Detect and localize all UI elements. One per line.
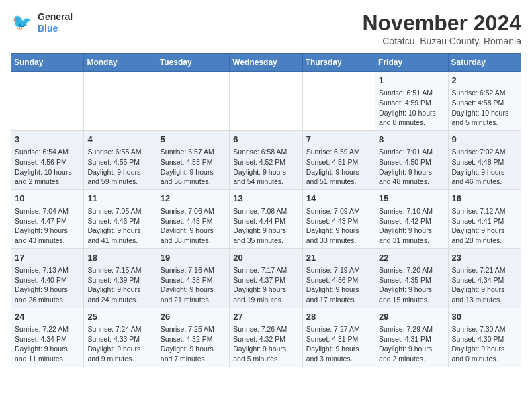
day-number: 26 [161, 311, 226, 323]
weekday-header-cell: Thursday [302, 54, 375, 72]
calendar-cell: 16Sunrise: 7:12 AMSunset: 4:41 PMDayligh… [448, 189, 521, 248]
day-number: 11 [87, 193, 152, 205]
day-info: Sunrise: 7:19 AMSunset: 4:36 PMDaylight:… [306, 265, 371, 305]
calendar-cell: 3Sunrise: 6:54 AMSunset: 4:56 PMDaylight… [11, 130, 84, 189]
calendar-week-row: 3Sunrise: 6:54 AMSunset: 4:56 PMDaylight… [11, 130, 521, 189]
calendar-cell: 9Sunrise: 7:02 AMSunset: 4:48 PMDaylight… [448, 130, 521, 189]
calendar-cell: 5Sunrise: 6:57 AMSunset: 4:53 PMDaylight… [157, 130, 229, 189]
day-info: Sunrise: 7:06 AMSunset: 4:45 PMDaylight:… [161, 206, 226, 246]
day-number: 5 [161, 134, 226, 146]
weekday-header-cell: Monday [84, 54, 157, 72]
logo-text: General Blue [38, 11, 73, 34]
calendar-cell: 19Sunrise: 7:16 AMSunset: 4:38 PMDayligh… [157, 248, 229, 308]
calendar-cell: 11Sunrise: 7:05 AMSunset: 4:46 PMDayligh… [84, 189, 157, 248]
calendar-cell: 7Sunrise: 6:59 AMSunset: 4:51 PMDaylight… [302, 130, 375, 189]
calendar-body: 1Sunrise: 6:51 AMSunset: 4:59 PMDaylight… [11, 72, 521, 367]
day-number: 12 [161, 193, 226, 205]
day-info: Sunrise: 7:26 AMSunset: 4:32 PMDaylight:… [233, 324, 298, 364]
day-info: Sunrise: 7:02 AMSunset: 4:48 PMDaylight:… [452, 147, 517, 187]
calendar-cell [302, 72, 375, 131]
calendar-cell: 6Sunrise: 6:58 AMSunset: 4:52 PMDaylight… [230, 130, 302, 189]
day-info: Sunrise: 6:59 AMSunset: 4:51 PMDaylight:… [306, 147, 371, 187]
calendar-table: SundayMondayTuesdayWednesdayThursdayFrid… [11, 53, 521, 367]
calendar-cell: 1Sunrise: 6:51 AMSunset: 4:59 PMDaylight… [375, 72, 448, 131]
weekday-header-cell: Tuesday [157, 54, 229, 72]
day-number: 1 [379, 75, 444, 87]
day-number: 15 [379, 193, 444, 205]
calendar-cell [11, 72, 84, 131]
day-number: 9 [452, 134, 517, 146]
day-number: 20 [233, 252, 298, 264]
weekday-header-cell: Sunday [11, 54, 84, 72]
day-number: 18 [87, 252, 152, 264]
day-info: Sunrise: 7:13 AMSunset: 4:40 PMDaylight:… [15, 265, 80, 305]
day-info: Sunrise: 7:10 AMSunset: 4:42 PMDaylight:… [379, 206, 444, 246]
day-info: Sunrise: 7:29 AMSunset: 4:31 PMDaylight:… [379, 324, 444, 364]
day-info: Sunrise: 7:30 AMSunset: 4:30 PMDaylight:… [452, 324, 517, 364]
calendar-cell: 29Sunrise: 7:29 AMSunset: 4:31 PMDayligh… [375, 308, 448, 367]
day-info: Sunrise: 7:12 AMSunset: 4:41 PMDaylight:… [452, 206, 517, 246]
calendar-cell: 8Sunrise: 7:01 AMSunset: 4:50 PMDaylight… [375, 130, 448, 189]
calendar-cell: 2Sunrise: 6:52 AMSunset: 4:58 PMDaylight… [448, 72, 521, 131]
day-number: 10 [15, 193, 80, 205]
day-number: 30 [452, 311, 517, 323]
calendar-week-row: 17Sunrise: 7:13 AMSunset: 4:40 PMDayligh… [11, 248, 521, 308]
day-info: Sunrise: 7:05 AMSunset: 4:46 PMDaylight:… [87, 206, 152, 246]
day-info: Sunrise: 6:55 AMSunset: 4:55 PMDaylight:… [87, 147, 152, 187]
calendar-week-row: 10Sunrise: 7:04 AMSunset: 4:47 PMDayligh… [11, 189, 521, 248]
logo-icon: 🐦 [11, 11, 35, 35]
day-info: Sunrise: 6:54 AMSunset: 4:56 PMDaylight:… [15, 147, 80, 187]
calendar-cell: 28Sunrise: 7:27 AMSunset: 4:31 PMDayligh… [302, 308, 375, 367]
calendar-cell [230, 72, 302, 131]
calendar-cell [84, 72, 157, 131]
day-info: Sunrise: 7:21 AMSunset: 4:34 PMDaylight:… [452, 265, 517, 305]
calendar-cell: 21Sunrise: 7:19 AMSunset: 4:36 PMDayligh… [302, 248, 375, 308]
weekday-header-cell: Friday [375, 54, 448, 72]
day-info: Sunrise: 7:17 AMSunset: 4:37 PMDaylight:… [233, 265, 298, 305]
weekday-header-cell: Wednesday [230, 54, 302, 72]
day-number: 23 [452, 252, 517, 264]
month-title: November 2024 [362, 11, 521, 36]
calendar-cell: 18Sunrise: 7:15 AMSunset: 4:39 PMDayligh… [84, 248, 157, 308]
day-info: Sunrise: 6:57 AMSunset: 4:53 PMDaylight:… [161, 147, 226, 187]
title-block: November 2024 Cotatcu, Buzau County, Rom… [362, 11, 521, 46]
calendar-cell: 25Sunrise: 7:24 AMSunset: 4:33 PMDayligh… [84, 308, 157, 367]
calendar-cell: 26Sunrise: 7:25 AMSunset: 4:32 PMDayligh… [157, 308, 229, 367]
day-number: 27 [233, 311, 298, 323]
day-number: 25 [87, 311, 152, 323]
day-number: 6 [233, 134, 298, 146]
calendar-cell: 13Sunrise: 7:08 AMSunset: 4:44 PMDayligh… [230, 189, 302, 248]
calendar-cell: 12Sunrise: 7:06 AMSunset: 4:45 PMDayligh… [157, 189, 229, 248]
day-number: 13 [233, 193, 298, 205]
logo: 🐦 General Blue [11, 11, 73, 35]
day-info: Sunrise: 7:20 AMSunset: 4:35 PMDaylight:… [379, 265, 444, 305]
weekday-header-row: SundayMondayTuesdayWednesdayThursdayFrid… [11, 54, 521, 72]
day-number: 19 [161, 252, 226, 264]
day-number: 17 [15, 252, 80, 264]
day-number: 4 [87, 134, 152, 146]
location: Cotatcu, Buzau County, Romania [362, 36, 521, 46]
day-info: Sunrise: 7:25 AMSunset: 4:32 PMDaylight:… [161, 324, 226, 364]
day-info: Sunrise: 6:51 AMSunset: 4:59 PMDaylight:… [379, 88, 444, 128]
day-number: 28 [306, 311, 371, 323]
day-info: Sunrise: 6:58 AMSunset: 4:52 PMDaylight:… [233, 147, 298, 187]
calendar-week-row: 24Sunrise: 7:22 AMSunset: 4:34 PMDayligh… [11, 308, 521, 367]
calendar-cell: 23Sunrise: 7:21 AMSunset: 4:34 PMDayligh… [448, 248, 521, 308]
calendar-cell: 22Sunrise: 7:20 AMSunset: 4:35 PMDayligh… [375, 248, 448, 308]
day-number: 2 [452, 75, 517, 87]
calendar-cell: 30Sunrise: 7:30 AMSunset: 4:30 PMDayligh… [448, 308, 521, 367]
calendar-cell: 20Sunrise: 7:17 AMSunset: 4:37 PMDayligh… [230, 248, 302, 308]
calendar-cell: 17Sunrise: 7:13 AMSunset: 4:40 PMDayligh… [11, 248, 84, 308]
calendar-cell: 27Sunrise: 7:26 AMSunset: 4:32 PMDayligh… [230, 308, 302, 367]
page-header: 🐦 General Blue November 2024 Cotatcu, Bu… [11, 11, 521, 46]
calendar-cell: 15Sunrise: 7:10 AMSunset: 4:42 PMDayligh… [375, 189, 448, 248]
day-number: 24 [15, 311, 80, 323]
day-info: Sunrise: 7:24 AMSunset: 4:33 PMDaylight:… [87, 324, 152, 364]
day-info: Sunrise: 6:52 AMSunset: 4:58 PMDaylight:… [452, 88, 517, 128]
day-info: Sunrise: 7:27 AMSunset: 4:31 PMDaylight:… [306, 324, 371, 364]
weekday-header-cell: Saturday [448, 54, 521, 72]
day-info: Sunrise: 7:16 AMSunset: 4:38 PMDaylight:… [161, 265, 226, 305]
day-info: Sunrise: 7:01 AMSunset: 4:50 PMDaylight:… [379, 147, 444, 187]
calendar-cell: 10Sunrise: 7:04 AMSunset: 4:47 PMDayligh… [11, 189, 84, 248]
calendar-cell [157, 72, 229, 131]
